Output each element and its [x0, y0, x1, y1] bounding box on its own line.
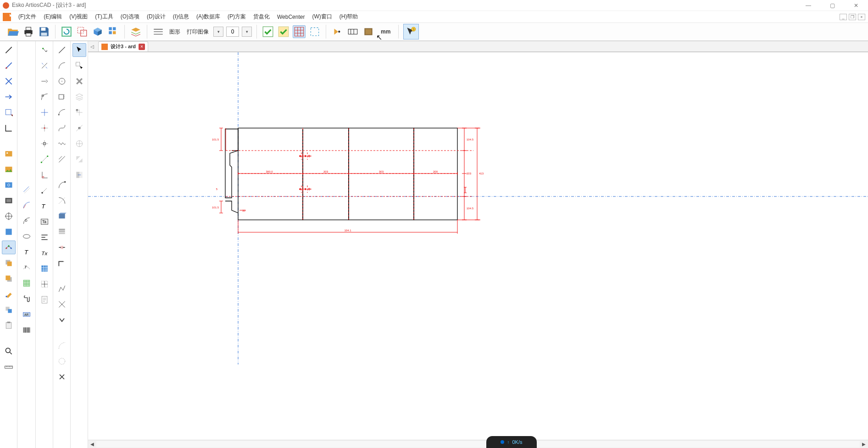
menu-edit[interactable]: (E)编辑	[40, 13, 66, 21]
layers-button[interactable]	[129, 25, 142, 38]
radius-tool[interactable]: R	[38, 90, 51, 104]
barcode-tool[interactable]	[20, 323, 33, 337]
mdi-restore-button[interactable]: ❐	[849, 14, 856, 20]
linetype-dropdown[interactable]: ▾	[213, 27, 223, 37]
arc-tool[interactable]	[55, 59, 69, 73]
xline-tool[interactable]	[55, 297, 69, 311]
bezier-tool[interactable]	[55, 121, 69, 135]
menu-tools[interactable]: (T)工具	[91, 13, 117, 21]
grid-snap-button[interactable]	[293, 25, 306, 38]
menu-plan[interactable]: (P)方案	[224, 13, 250, 21]
intersect-tool[interactable]	[2, 74, 16, 88]
clip-tool[interactable]	[20, 292, 33, 306]
snap-corner-tool[interactable]	[72, 106, 86, 119]
corner-tool[interactable]	[2, 121, 16, 135]
align-tool[interactable]	[38, 230, 51, 244]
circle-tool[interactable]	[55, 74, 69, 88]
menu-window[interactable]: (W)窗口	[308, 13, 335, 21]
3d-fold-tool[interactable]	[55, 209, 69, 223]
save-button[interactable]	[38, 25, 50, 38]
image-crop-tool[interactable]	[2, 194, 16, 207]
hatch-tool[interactable]	[20, 276, 33, 290]
pointage-dropdown[interactable]: ▾	[242, 27, 252, 37]
line-angle-tool[interactable]	[2, 43, 16, 57]
image-insert-tool[interactable]	[2, 147, 16, 161]
color-stock-tool[interactable]	[2, 241, 16, 254]
tab-nav-left[interactable]: ◁	[88, 41, 96, 51]
menu-file[interactable]: (F)文件	[15, 13, 40, 21]
linetype-icon[interactable]	[152, 25, 165, 38]
network-overlay[interactable]: ↑ 0K/s	[486, 436, 537, 448]
rebuild-button[interactable]	[60, 25, 73, 38]
conline-tool[interactable]	[38, 184, 51, 197]
menu-webcenter[interactable]: WebCenter	[273, 14, 308, 20]
arc3pt-tool[interactable]	[55, 106, 69, 119]
help-cursor-button[interactable]: ?	[403, 24, 419, 39]
minimize-button[interactable]: —	[803, 2, 814, 9]
clone-tool[interactable]	[2, 303, 16, 317]
menu-options[interactable]: (O)选项	[117, 13, 143, 21]
shade-tool[interactable]	[72, 152, 86, 166]
open-button[interactable]	[6, 25, 19, 38]
3d-button[interactable]	[91, 25, 104, 38]
pointage-input[interactable]	[226, 27, 239, 37]
ellipse-tool[interactable]	[20, 230, 33, 243]
mdi-minimize-button[interactable]: _	[840, 14, 847, 20]
text-path-tool[interactable]: T	[20, 261, 33, 274]
blend-tool[interactable]	[55, 152, 69, 166]
box-tool[interactable]	[2, 106, 16, 119]
app-menu-icon[interactable]	[3, 13, 11, 21]
menu-database[interactable]: (A)数据库	[193, 13, 224, 21]
tab-close-button[interactable]: ×	[139, 44, 145, 50]
check-button[interactable]	[262, 25, 274, 38]
stack-tool[interactable]	[55, 225, 69, 239]
document-tool[interactable]	[38, 293, 51, 307]
text-tool[interactable]: T	[20, 245, 33, 259]
offset-line-tool[interactable]	[20, 183, 33, 196]
units-label[interactable]: mm	[378, 25, 394, 38]
arc-mirror-tool[interactable]	[55, 194, 69, 207]
direction-button[interactable]	[331, 25, 344, 38]
registration-tool[interactable]	[2, 209, 16, 223]
delete-tool[interactable]	[72, 74, 86, 88]
fill-tool[interactable]	[2, 225, 16, 239]
scroll-track[interactable]	[96, 441, 860, 448]
check-warn-button[interactable]	[277, 25, 290, 38]
grid-fill-tool[interactable]	[38, 262, 51, 275]
snap-mid-tool[interactable]	[38, 137, 51, 151]
move-line-tool[interactable]	[38, 59, 51, 73]
rectangle-tool[interactable]	[55, 90, 69, 104]
select-box-tool[interactable]	[72, 59, 86, 73]
text-var-tool[interactable]: Tx	[38, 246, 51, 260]
line-tool[interactable]	[55, 43, 69, 57]
chevron-tool[interactable]	[55, 313, 69, 327]
menu-info[interactable]: (I)信息	[169, 13, 193, 21]
snap-endpoint-tool[interactable]	[38, 152, 51, 166]
extend-corner-tool[interactable]	[55, 256, 69, 270]
clipboard-tool[interactable]	[2, 319, 16, 332]
arc-dim-tool[interactable]: D	[20, 214, 33, 228]
scroll-right-button[interactable]: ▶	[860, 442, 868, 447]
select-similar-button[interactable]	[76, 25, 89, 38]
layout-button[interactable]	[107, 25, 120, 38]
arc-start-tool[interactable]	[55, 178, 69, 192]
move-point-tool[interactable]	[38, 43, 51, 57]
send-back-tool[interactable]	[2, 256, 16, 270]
paint-tool[interactable]	[2, 287, 16, 301]
snap-edge-tool[interactable]	[72, 121, 86, 135]
snap-point-tool[interactable]	[38, 121, 51, 135]
snap-center-tool[interactable]	[72, 137, 86, 151]
scroll-left-button[interactable]: ◀	[88, 442, 96, 447]
menu-design[interactable]: (D)设计	[143, 13, 169, 21]
close-button[interactable]: ✕	[851, 2, 862, 9]
bounds-button[interactable]	[308, 25, 321, 38]
conarc-tool[interactable]	[55, 339, 69, 353]
text-box-tool[interactable]: Ta	[38, 215, 51, 229]
print-button[interactable]	[22, 25, 35, 38]
horizontal-scrollbar[interactable]: ◀ ▶	[88, 440, 868, 448]
arrow-tool[interactable]	[2, 90, 16, 104]
pline-tool[interactable]	[55, 282, 69, 296]
crosshair-tool[interactable]	[38, 106, 51, 119]
mdi-close-button[interactable]: ×	[858, 14, 865, 20]
group-layer-tool[interactable]	[72, 90, 86, 104]
